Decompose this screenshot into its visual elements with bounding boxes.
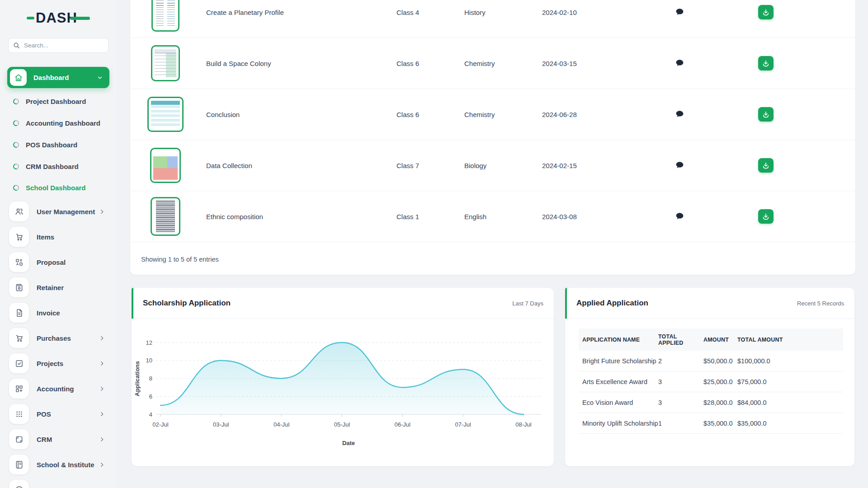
subject-value: Biology xyxy=(464,162,486,169)
sidebar-item-projects[interactable]: Projects xyxy=(0,353,117,373)
svg-text:03-Jul: 03-Jul xyxy=(213,421,229,428)
document-title: Build a Space Colony xyxy=(206,60,271,67)
download-icon xyxy=(762,111,769,118)
table-row[interactable]: Ethnic composition Class 1 English 2024-… xyxy=(130,191,855,242)
svg-text:6: 6 xyxy=(149,393,152,400)
applied-table: APPLICATION NAME TOTAL APPLIED AMOUNT TO… xyxy=(579,328,843,434)
user-circle-icon xyxy=(9,480,29,488)
date-value: 2024-03-15 xyxy=(542,60,577,67)
sub-item-label: Project Dashboard xyxy=(26,98,86,105)
date-value: 2024-02-15 xyxy=(542,162,577,169)
sidebar-item-dashboard[interactable]: Dashboard xyxy=(7,67,109,88)
card-header: Applied Application Recent 5 Records xyxy=(565,288,854,319)
sidebar-item-user-management[interactable]: User Management xyxy=(0,202,117,221)
subject-value: Chemistry xyxy=(464,111,495,118)
comment-button[interactable] xyxy=(664,212,695,221)
total-applied: 1 xyxy=(658,420,703,427)
document-thumbnail xyxy=(136,45,195,81)
app-logo[interactable]: DASH xyxy=(0,10,117,26)
amount: $25,000.0 xyxy=(703,378,737,385)
total-applied: 3 xyxy=(658,378,703,385)
total-applied: 3 xyxy=(658,399,703,406)
scholarship-application-card: Scholarship Application Last 7 Days 4681… xyxy=(132,288,554,466)
table-row[interactable]: Conclusion Class 6 Chemistry 2024-06-28 xyxy=(130,89,855,140)
sidebar-item-accounting[interactable]: Accounting xyxy=(0,379,117,399)
chevron-right-icon xyxy=(99,436,105,442)
download-button[interactable] xyxy=(758,56,774,70)
document-thumbnail xyxy=(136,97,195,132)
sidebar-item-purchases[interactable]: Purchases xyxy=(0,328,117,348)
sidebar-item-label: Purchases xyxy=(37,334,99,342)
sidebar-item-items[interactable]: Items xyxy=(0,227,117,247)
applied-table-row[interactable]: Arts Excellence Award 3 $25,000.0 $75,00… xyxy=(579,371,843,392)
sidebar-item-retainer[interactable]: Retainer xyxy=(0,277,117,297)
sidebar-item-pos-dashboard[interactable]: POS Dashboard xyxy=(0,140,117,150)
sidebar-item-partial[interactable] xyxy=(0,480,117,488)
document-title: Conclusion xyxy=(206,111,240,118)
bullet-icon xyxy=(12,141,20,148)
bullet-icon xyxy=(12,183,20,191)
applied-table-header: APPLICATION NAME TOTAL APPLIED AMOUNT TO… xyxy=(579,328,843,351)
sidebar-item-school-dashboard[interactable]: School Dashboard xyxy=(0,183,117,192)
comment-button[interactable] xyxy=(664,59,695,68)
document-title: Create a Planetary Profile xyxy=(206,9,284,16)
sidebar-item-school-institute[interactable]: School & Institute xyxy=(0,455,117,474)
sidebar-item-label: POS xyxy=(37,410,99,418)
date-value: 2024-06-28 xyxy=(542,111,577,118)
bullet-icon xyxy=(12,97,20,105)
sidebar-item-accounting-dashboard[interactable]: Accounting Dashboard xyxy=(0,118,117,128)
comment-button[interactable] xyxy=(664,110,695,119)
document-thumbnail xyxy=(136,0,195,32)
cart-icon xyxy=(9,227,29,247)
download-button[interactable] xyxy=(758,158,774,173)
sub-item-label: CRM Dashboard xyxy=(26,163,79,170)
sidebar-item-label: CRM xyxy=(37,436,99,443)
applied-table-row[interactable]: Eco Vision Award 3 $28,000.0 $84,000.0 xyxy=(579,392,843,413)
document-title: Ethnic composition xyxy=(206,213,263,221)
search-input[interactable] xyxy=(23,42,105,49)
chat-bubble-icon xyxy=(675,212,684,221)
comment-button[interactable] xyxy=(664,8,695,17)
column-header: TOTAL AMOUNT xyxy=(737,337,843,343)
chat-bubble-icon xyxy=(675,59,684,68)
applied-table-row[interactable]: Minority Uplift Scholarship 1 $35,000.0 … xyxy=(579,413,843,434)
download-button[interactable] xyxy=(758,209,774,224)
svg-text:Applications: Applications xyxy=(134,361,141,396)
applied-table-row[interactable]: Bright Future Scholarship 2 $50,000.0 $1… xyxy=(579,351,843,371)
svg-text:04-Jul: 04-Jul xyxy=(274,421,290,428)
subject-value: English xyxy=(464,213,486,221)
search-icon xyxy=(13,42,20,49)
school-dashboard-screen: DASH Dashboard xyxy=(0,0,868,488)
svg-text:08-Jul: 08-Jul xyxy=(515,421,532,428)
sidebar-item-crm-dashboard[interactable]: CRM Dashboard xyxy=(0,161,117,171)
chevron-right-icon xyxy=(99,386,105,392)
sidebar-search[interactable] xyxy=(8,38,108,53)
swap-boxes-icon xyxy=(9,252,29,272)
document-thumbnail xyxy=(136,148,195,183)
table-row[interactable]: Create a Planetary Profile Class 4 Histo… xyxy=(130,0,855,38)
chevron-right-icon xyxy=(99,335,105,341)
sidebar-item-project-dashboard[interactable]: Project Dashboard xyxy=(0,96,117,106)
table-row[interactable]: Data Collection Class 7 Biology 2024-02-… xyxy=(130,140,855,191)
chevron-right-icon xyxy=(99,209,105,215)
home-icon xyxy=(10,69,27,86)
download-button[interactable] xyxy=(758,5,774,19)
sidebar-item-crm[interactable]: CRM xyxy=(0,429,117,449)
comment-button[interactable] xyxy=(664,161,695,170)
sidebar-item-invoice[interactable]: Invoice xyxy=(0,303,117,323)
sidebar-item-label: Accounting xyxy=(37,385,99,393)
download-button[interactable] xyxy=(758,107,774,122)
table-row[interactable]: Build a Space Colony Class 6 Chemistry 2… xyxy=(130,38,855,89)
application-name: Arts Excellence Award xyxy=(582,378,658,385)
date-value: 2024-02-10 xyxy=(542,9,577,16)
total-amount: $100,000.0 xyxy=(737,357,843,365)
application-name: Minority Uplift Scholarship xyxy=(582,420,658,427)
column-header: APPLICATION NAME xyxy=(582,337,658,343)
subject-value: Chemistry xyxy=(464,60,495,67)
sidebar-item-label: School & Institute xyxy=(37,461,99,469)
svg-text:02-Jul: 02-Jul xyxy=(152,421,169,428)
total-amount: $75,000.0 xyxy=(737,378,843,385)
sidebar-item-pos[interactable]: POS xyxy=(0,404,117,424)
applications-area-chart: 468101202-Jul03-Jul04-Jul05-Jul06-Jul07-… xyxy=(132,324,554,466)
sidebar-item-proposal[interactable]: Proposal xyxy=(0,252,117,272)
